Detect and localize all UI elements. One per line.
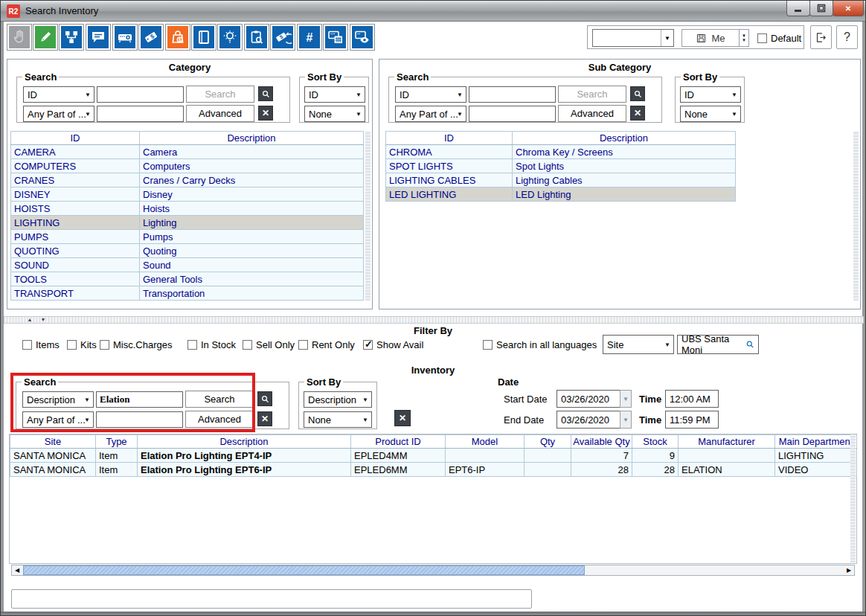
filter-sell-only[interactable]: Sell Only: [243, 339, 295, 350]
price-update-button[interactable]: $: [270, 24, 295, 51]
table-row[interactable]: CRANESCranes / Carry Decks: [11, 173, 364, 187]
default-checkbox[interactable]: [757, 33, 767, 43]
default-checkbox-wrap[interactable]: Default: [757, 33, 801, 44]
equipment-schedule-button[interactable]: [323, 24, 348, 51]
results-vertical-scrollbar[interactable]: [850, 434, 856, 562]
category-search-button[interactable]: Search: [186, 86, 254, 103]
rent-only-checkbox[interactable]: [298, 340, 308, 350]
maximize-button[interactable]: [809, 1, 833, 16]
site-select[interactable]: Site: [603, 335, 674, 354]
category-sort-secondary-select[interactable]: None: [304, 106, 365, 122]
table-row[interactable]: SOUNDSound: [11, 258, 364, 272]
inventory-search-field-select[interactable]: Description: [22, 391, 94, 408]
site-value-field[interactable]: UBS Santa Moni: [677, 335, 759, 354]
subcategory-sort-primary-select[interactable]: ID: [680, 86, 741, 103]
panel-splitter[interactable]: ▲ ▼: [4, 316, 864, 324]
minimize-button[interactable]: [786, 1, 810, 16]
inventory-search-go-button[interactable]: [257, 391, 272, 406]
filter-items[interactable]: Items: [22, 339, 60, 350]
misc-charges-checkbox[interactable]: [100, 340, 109, 350]
category-advanced-button[interactable]: Advanced: [186, 105, 254, 122]
category-search-input-2[interactable]: [97, 106, 184, 122]
inventory-search-button[interactable]: Search: [185, 391, 254, 408]
table-row-selected[interactable]: LIGHTINGLighting: [11, 216, 364, 230]
category-search-input[interactable]: [97, 86, 184, 103]
show-avail-checkbox[interactable]: [363, 340, 373, 350]
search-all-languages-checkbox[interactable]: [483, 340, 493, 350]
scroll-right-icon[interactable]: ▶: [844, 565, 854, 575]
inventory-search-button[interactable]: [244, 24, 269, 51]
subcategory-search-button[interactable]: Search: [558, 86, 626, 103]
number-button[interactable]: #: [297, 24, 322, 51]
status-input[interactable]: [11, 589, 532, 609]
help-button[interactable]: ?: [836, 25, 858, 49]
table-row[interactable]: SPOT LIGHTSSpot Lights: [386, 159, 736, 173]
catalog-button[interactable]: [191, 24, 216, 51]
subcategory-advanced-button[interactable]: Advanced: [558, 105, 626, 122]
inventory-clear-button[interactable]: ✕: [257, 411, 272, 426]
category-clear-button[interactable]: ✕: [258, 106, 273, 121]
title-bar[interactable]: R2 Search Inventory ✕: [1, 1, 866, 22]
hand-tool-button[interactable]: [7, 24, 32, 51]
table-row[interactable]: TOOLSGeneral Tools: [11, 272, 364, 286]
filter-rent-only[interactable]: Rent Only: [298, 339, 355, 350]
start-time-field[interactable]: 12:00 AM: [665, 390, 719, 408]
inventory-sort-secondary-select[interactable]: None: [304, 411, 372, 428]
filter-show-avail[interactable]: Show Avail: [363, 339, 423, 350]
result-row[interactable]: SANTA MONICAItemElation Pro Lighting EPT…: [10, 463, 857, 477]
inventory-search-input-2[interactable]: [96, 411, 183, 428]
subcategory-vertical-scrollbar[interactable]: [853, 131, 859, 301]
in-stock-checkbox[interactable]: [187, 340, 197, 350]
table-row[interactable]: TRANSPORTTransportation: [11, 286, 364, 301]
subcategory-sort-secondary-select[interactable]: None: [680, 106, 741, 122]
end-date-field[interactable]: 03/26/2020: [557, 411, 620, 429]
equipment-button[interactable]: [112, 24, 138, 51]
category-match-select[interactable]: Any Part of ...: [23, 106, 94, 122]
table-row[interactable]: DISNEYDisney: [11, 187, 364, 202]
scrollbar-thumb[interactable]: [23, 565, 585, 575]
ideas-button[interactable]: [217, 24, 243, 51]
filter-search-all-languages[interactable]: Search in all languages: [483, 339, 597, 350]
subcategory-search-input[interactable]: [469, 86, 556, 103]
subcategory-search-field-select[interactable]: ID: [395, 86, 466, 103]
inventory-sort-primary-select[interactable]: Description: [304, 391, 372, 408]
sales-button[interactable]: $: [138, 24, 164, 51]
equipment-view-button[interactable]: [350, 24, 375, 51]
splitter-collapse-down-icon[interactable]: ▼: [37, 317, 49, 323]
filter-in-stock[interactable]: In Stock: [187, 339, 236, 350]
subcategory-clear-button[interactable]: ✕: [630, 106, 645, 121]
end-date-dropdown[interactable]: ▼: [620, 411, 632, 429]
table-row[interactable]: LIGHTING CABLESLighting Cables: [386, 173, 736, 187]
sell-only-checkbox[interactable]: [243, 340, 252, 350]
kits-checkbox[interactable]: [67, 340, 77, 350]
table-row[interactable]: QUOTINGQuoting: [11, 244, 364, 258]
start-date-dropdown[interactable]: ▼: [620, 390, 632, 408]
end-time-field[interactable]: 11:59 PM: [665, 411, 719, 429]
inventory-match-select[interactable]: Any Part of ...: [22, 411, 94, 428]
category-search-go-button[interactable]: [258, 86, 273, 101]
result-row[interactable]: SANTA MONICAItemElation Pro Lighting EPT…: [10, 449, 857, 463]
filter-kits[interactable]: Kits: [67, 339, 97, 350]
chevron-down-icon[interactable]: ▼: [661, 30, 673, 46]
categories-button[interactable]: [59, 24, 84, 51]
scroll-left-icon[interactable]: ◀: [12, 565, 22, 575]
site-search-icon[interactable]: [745, 339, 754, 350]
start-date-field[interactable]: 03/26/2020: [557, 390, 620, 408]
table-row[interactable]: CHROMAChroma Key / Screens: [386, 145, 736, 159]
table-row[interactable]: HOISTSHoists: [11, 202, 364, 216]
exit-button[interactable]: [810, 25, 832, 49]
table-row[interactable]: CAMERACamera: [11, 145, 364, 159]
splitter-collapse-up-icon[interactable]: ▲: [24, 317, 36, 323]
filter-misc-charges[interactable]: Misc.Charges: [100, 339, 172, 350]
profile-combo[interactable]: ▼: [592, 29, 674, 47]
inventory-advanced-button[interactable]: Advanced: [185, 411, 254, 428]
table-row[interactable]: PUMPSPumps: [11, 230, 364, 244]
table-row[interactable]: COMPUTERSComputers: [11, 159, 364, 173]
inventory-reset-button[interactable]: ✕: [394, 410, 411, 426]
save-me-button[interactable]: Me: [681, 29, 740, 47]
inventory-search-input[interactable]: [96, 391, 183, 408]
subcategory-search-go-button[interactable]: [630, 86, 645, 101]
edit-tool-button[interactable]: [33, 24, 58, 51]
subcategory-search-input-2[interactable]: [469, 106, 556, 122]
close-button[interactable]: ✕: [833, 1, 864, 16]
